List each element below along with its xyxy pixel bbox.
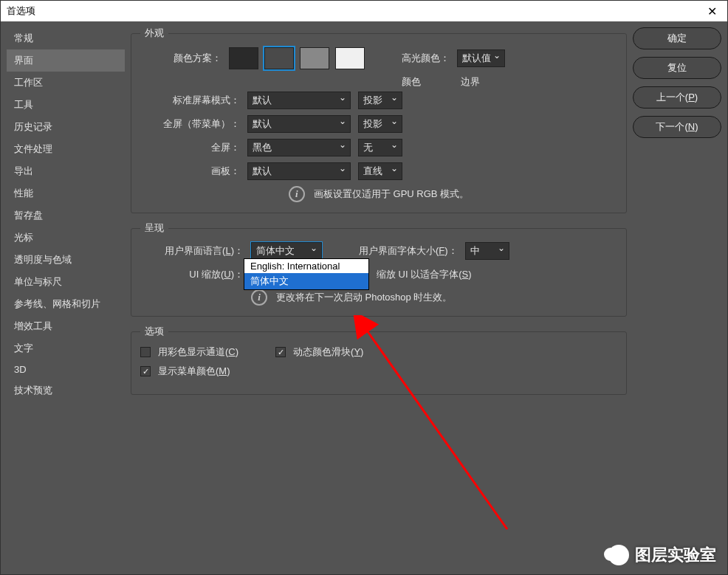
appearance-info: 画板设置仅适用于 GPU RGB 模式。 <box>314 187 469 201</box>
border-select[interactable]: 直线 <box>358 162 402 180</box>
row-label: 画板： <box>140 165 240 178</box>
appearance-group: 外观 颜色方案： 高光颜色： 默认值 颜色 边界 标准屏幕模式：默认投影全屏（带… <box>131 33 627 213</box>
color-scheme-label: 颜色方案： <box>140 52 222 65</box>
sidebar-item[interactable]: 参考线、网格和切片 <box>7 293 125 315</box>
language-dropdown[interactable]: English: International简体中文 <box>244 258 369 290</box>
group-title: 选项 <box>140 325 168 338</box>
color-swatch[interactable] <box>264 47 294 69</box>
sidebar-item[interactable]: 暂存盘 <box>7 204 125 227</box>
prev-button[interactable]: 上一个(P) <box>633 86 721 109</box>
border-select[interactable]: 投影 <box>358 115 402 133</box>
scale-ui-label: 缩放 UI 以适合字体(S) <box>377 268 472 281</box>
group-title: 呈现 <box>140 221 168 235</box>
highlight-select[interactable]: 默认值 <box>457 49 505 67</box>
row-label: 全屏（带菜单）： <box>140 117 240 131</box>
language-label: 用户界面语言(L)： <box>140 244 244 258</box>
sidebar-item[interactable]: 单位与标尺 <box>7 271 125 293</box>
sidebar-item[interactable]: 文字 <box>7 337 125 359</box>
info-icon: i <box>289 186 305 202</box>
action-buttons: 确定 复位 上一个(P) 下一个(N) <box>633 27 721 568</box>
menu-colors-checkbox[interactable]: ✓ <box>140 366 151 376</box>
color-select[interactable]: 默认 <box>247 115 351 133</box>
close-icon[interactable]: ✕ <box>703 4 721 18</box>
dropdown-option[interactable]: 简体中文 <box>244 273 368 289</box>
sidebar: 常规界面工作区工具历史记录文件处理导出性能暂存盘光标透明度与色域单位与标尺参考线… <box>7 27 125 568</box>
sidebar-item[interactable]: 技术预览 <box>7 379 125 402</box>
main-panel: 外观 颜色方案： 高光颜色： 默认值 颜色 边界 标准屏幕模式：默认投影全屏（带… <box>131 27 627 568</box>
next-button[interactable]: 下一个(N) <box>633 116 721 138</box>
color-channels-checkbox[interactable] <box>140 347 151 357</box>
sidebar-item[interactable]: 增效工具 <box>7 315 125 337</box>
titlebar: 首选项 ✕ <box>1 1 727 21</box>
sidebar-item[interactable]: 界面 <box>7 49 125 72</box>
font-size-label: 用户界面字体大小(F)： <box>359 244 458 258</box>
color-channels-label: 用彩色显示通道(C) <box>158 345 238 359</box>
presentation-group: 呈现 用户界面语言(L)： 简体中文 用户界面字体大小(F)： 中 UI 缩放(… <box>131 228 627 317</box>
sidebar-item[interactable]: 性能 <box>7 182 125 204</box>
sidebar-item[interactable]: 工作区 <box>7 72 125 94</box>
highlight-label: 高光颜色： <box>402 52 450 65</box>
reset-button[interactable]: 复位 <box>633 57 721 79</box>
color-swatch[interactable] <box>229 47 258 69</box>
sidebar-item[interactable]: 光标 <box>7 227 125 249</box>
sidebar-item[interactable]: 透明度与色域 <box>7 249 125 271</box>
sidebar-item[interactable]: 导出 <box>7 160 125 182</box>
preferences-window: 首选项 ✕ 常规界面工作区工具历史记录文件处理导出性能暂存盘光标透明度与色域单位… <box>0 0 728 575</box>
info-icon: i <box>251 289 267 306</box>
menu-colors-label: 显示菜单颜色(M) <box>158 365 230 378</box>
watermark: 图层实验室 <box>608 544 716 566</box>
language-select[interactable]: 简体中文 <box>251 242 322 260</box>
font-size-select[interactable]: 中 <box>465 242 509 260</box>
sidebar-item[interactable]: 历史记录 <box>7 116 125 138</box>
row-label: 全屏： <box>140 141 240 154</box>
border-select[interactable]: 投影 <box>358 92 402 109</box>
window-title: 首选项 <box>7 4 35 18</box>
sidebar-item[interactable]: 工具 <box>7 94 125 116</box>
dynamic-sliders-checkbox[interactable]: ✓ <box>275 347 286 357</box>
color-select[interactable]: 默认 <box>247 162 351 180</box>
sidebar-item[interactable]: 文件处理 <box>7 138 125 160</box>
border-select[interactable]: 无 <box>358 139 402 156</box>
color-swatch[interactable] <box>335 47 365 69</box>
group-title: 外观 <box>140 27 168 40</box>
presentation-info: 更改将在下一次启动 Photoshop 时生效。 <box>276 291 452 304</box>
col-border-header: 边界 <box>444 75 496 89</box>
sidebar-item[interactable]: 常规 <box>7 27 125 49</box>
col-color-header: 颜色 <box>385 75 437 89</box>
row-label: 标准屏幕模式： <box>140 94 240 107</box>
wechat-icon <box>608 545 629 565</box>
color-swatches <box>229 47 365 69</box>
dynamic-sliders-label: 动态颜色滑块(Y) <box>293 345 363 359</box>
options-group: 选项 用彩色显示通道(C) ✓ 动态颜色滑块(Y) ✓ 显示菜单颜色(M) <box>131 331 627 395</box>
dropdown-option[interactable]: English: International <box>244 259 368 273</box>
color-swatch[interactable] <box>300 47 329 69</box>
ok-button[interactable]: 确定 <box>633 27 721 49</box>
ui-scale-label: UI 缩放(U)： <box>140 268 244 281</box>
sidebar-item[interactable]: 3D <box>7 359 125 379</box>
color-select[interactable]: 默认 <box>247 92 351 109</box>
color-select[interactable]: 黑色 <box>247 139 351 156</box>
